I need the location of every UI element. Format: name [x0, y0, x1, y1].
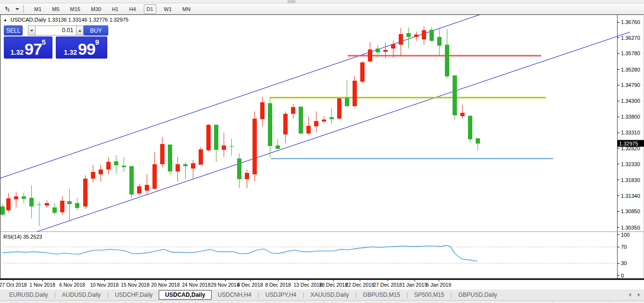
- candle-body: [137, 186, 141, 194]
- statusbar-separator: [195, 301, 196, 303]
- sell-price-panel[interactable]: 1.32 97 5: [4, 36, 52, 59]
- candle-body: [67, 201, 72, 204]
- candle-body: [22, 196, 26, 199]
- candle-body: [383, 50, 388, 52]
- window-top-strip: [0, 0, 644, 3]
- timeframe-button-m1[interactable]: M1: [31, 4, 44, 14]
- trendline-lower[interactable]: [37, 32, 630, 232]
- candle-body: [368, 49, 372, 61]
- date-label: 5 Jan 2019: [426, 282, 451, 288]
- tab-usdcad-daily[interactable]: USDCAD,Daily: [159, 290, 211, 300]
- tab-gbpusd-daily[interactable]: GBPUSD,Daily: [452, 291, 504, 299]
- volume-decrease-button[interactable]: [28, 25, 36, 36]
- rsi-line: [2, 245, 478, 261]
- candle-body: [0, 206, 5, 215]
- tab-scroll-right-icon[interactable]: [638, 293, 640, 297]
- date-label: 13 Dec 2018: [293, 282, 322, 288]
- candle-body: [91, 172, 95, 179]
- statusbar-separator: [552, 301, 553, 303]
- date-label: 18 Dec 2018: [319, 282, 348, 288]
- tab-xauusd-daily[interactable]: XAUUSD,Daily: [304, 291, 355, 299]
- date-label: 1 Nov 2018: [29, 282, 55, 288]
- candle-body: [229, 146, 234, 146]
- candle-body: [468, 116, 472, 139]
- tab-eurusd-daily[interactable]: EURUSD,Daily: [3, 291, 54, 299]
- candle-body: [429, 30, 434, 41]
- tab-usdcnh-h4[interactable]: USDCNH,H4: [212, 291, 258, 299]
- date-tick: [165, 280, 166, 281]
- timeframe-button-m30[interactable]: M30: [88, 4, 104, 14]
- candle-body: [329, 117, 334, 119]
- tab-gbpusd-m15[interactable]: GBPUSD,M15: [357, 291, 406, 299]
- candle-body: [83, 179, 88, 206]
- price-axis-label: 1.30850: [621, 208, 640, 214]
- candle-body: [214, 125, 218, 150]
- date-label: 27 Oct 2018: [0, 282, 27, 288]
- candle-body: [75, 203, 79, 208]
- caret-down-icon: [15, 8, 19, 10]
- candle-body: [422, 30, 426, 39]
- date-tick: [135, 280, 136, 281]
- sell-button[interactable]: SELL: [4, 25, 23, 36]
- tab-scroll-left-icon[interactable]: [629, 293, 631, 297]
- candle-body: [37, 205, 41, 205]
- candle-body: [268, 103, 272, 146]
- buy-price-small: 1.32: [64, 48, 77, 57]
- candle-body: [306, 126, 311, 133]
- price-axis-label: 1.35280: [621, 67, 640, 73]
- volume-input[interactable]: 0.01: [36, 25, 76, 36]
- chart-ohlc-values: 1.33136 1.33146 1.32776 1.32975: [48, 17, 128, 23]
- candle-body: [391, 44, 395, 48]
- date-label: 24 Nov 2018: [182, 282, 211, 288]
- candle-body: [114, 161, 118, 165]
- timeframe-button-mn[interactable]: MN: [179, 4, 193, 14]
- timeframe-button-h1[interactable]: H1: [109, 4, 121, 14]
- tab-audusd-daily[interactable]: AUDUSD,Daily: [56, 291, 107, 299]
- candle-body: [406, 33, 411, 37]
- timeframe-button-w1[interactable]: W1: [161, 4, 175, 14]
- candle-body: [191, 163, 195, 169]
- price-axis-label: 1.35780: [621, 50, 640, 56]
- current-price-value: 1.32975: [619, 141, 638, 146]
- tab-usdchf-daily[interactable]: USDCHF,Daily: [109, 291, 159, 299]
- candle-body: [476, 138, 480, 143]
- timeframe-button-m15[interactable]: M15: [67, 4, 83, 14]
- date-axis[interactable]: 27 Oct 20181 Nov 20186 Nov 201810 Nov 20…: [0, 279, 644, 290]
- timeframe-buttons: M1M5M15M30H1H4D1W1MN: [29, 4, 196, 14]
- candle-body: [183, 164, 188, 166]
- rsi-indicator-label: RSI(14) 35.2523: [3, 234, 42, 240]
- candle-body: [453, 75, 457, 115]
- volume-increase-button[interactable]: [76, 25, 84, 36]
- buy-price-panel[interactable]: 1.32 99 9: [56, 36, 107, 59]
- price-axis-label: 1.34790: [621, 82, 640, 88]
- symbol-periods-icon: [4, 6, 13, 12]
- toolbar-grip[interactable]: [23, 5, 24, 13]
- date-tick: [360, 280, 360, 281]
- date-label: 27 Dec 2018: [373, 282, 402, 288]
- chart-tabs: EURUSD,Daily|AUDUSD,Daily|USDCHF,DailyUS…: [3, 290, 504, 300]
- timeframe-button-d1[interactable]: D1: [144, 4, 156, 14]
- sell-price-small: 1.32: [11, 48, 24, 57]
- date-label: 10 Nov 2018: [90, 282, 119, 288]
- price-axis-label: 1.36760: [621, 19, 640, 25]
- buy-button[interactable]: BUY: [84, 25, 108, 36]
- candle-body: [353, 81, 357, 106]
- tab-sp500-m15[interactable]: SP500,M15: [408, 291, 451, 299]
- date-tick: [13, 280, 13, 281]
- candle-body: [122, 166, 126, 167]
- timeframe-button-m5[interactable]: M5: [49, 4, 62, 14]
- chart-collapse-icon[interactable]: ▲: [3, 18, 7, 22]
- candle-body: [45, 203, 49, 206]
- candle-body: [152, 164, 157, 189]
- candle-body: [206, 125, 211, 150]
- date-tick: [104, 280, 105, 281]
- price-axis-label: 1.36270: [621, 35, 640, 41]
- one-click-panel: SELL 0.01 BUY 1.32 97 5 1.32 99 9: [4, 25, 108, 59]
- timeframe-button-h4[interactable]: H4: [126, 4, 139, 14]
- symbol-periods-button[interactable]: [2, 4, 21, 14]
- tab-usdjpy-h4[interactable]: USDJPY,H4: [259, 291, 303, 299]
- price-axis-label: 1.33310: [621, 130, 640, 135]
- date-label: 6 Nov 2018: [59, 282, 85, 288]
- price-axis-label: 1.34300: [621, 98, 640, 104]
- date-tick: [388, 280, 388, 281]
